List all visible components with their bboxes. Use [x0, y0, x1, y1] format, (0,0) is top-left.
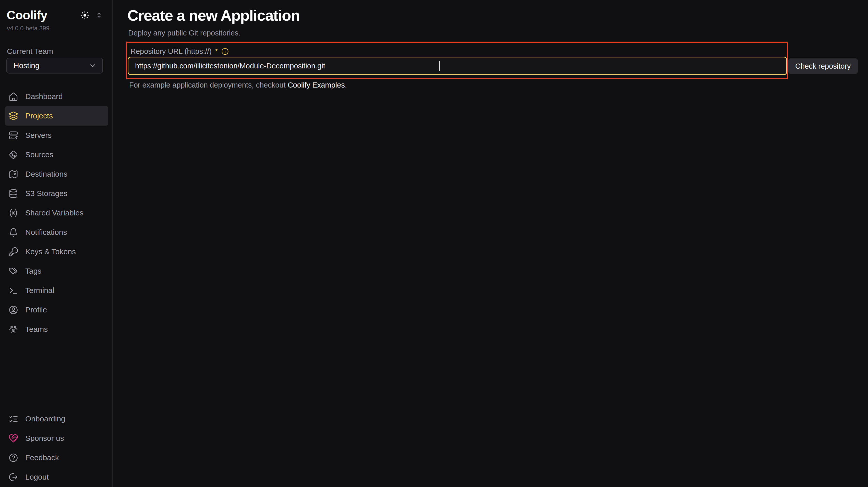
- sidebar-item-label: Profile: [25, 305, 47, 314]
- helper-text: For example application deployments, che…: [129, 81, 347, 89]
- sidebar-item-logout[interactable]: Logout: [5, 467, 108, 487]
- sidebar-item-label: Dashboard: [25, 92, 63, 101]
- check-repository-button[interactable]: Check repository: [788, 59, 858, 74]
- sidebar-item-label: Logout: [25, 473, 49, 481]
- team-select[interactable]: Hosting: [6, 58, 103, 73]
- help-circle-icon: [8, 453, 19, 463]
- server-icon: [8, 130, 19, 140]
- sidebar-item-label: Servers: [25, 131, 52, 140]
- sidebar-nav: DashboardProjectsServersSourcesDestinati…: [0, 87, 112, 339]
- sidebar-item-profile[interactable]: Profile: [5, 300, 108, 320]
- git-source-icon: [8, 150, 19, 160]
- current-team-label: Current Team: [7, 47, 53, 56]
- helper-prefix: For example application deployments, che…: [129, 81, 288, 89]
- app-logo: Coolify: [7, 8, 47, 22]
- sidebar-item-label: Sources: [25, 150, 53, 159]
- key-icon: [8, 247, 19, 257]
- sidebar-item-label: Shared Variables: [25, 208, 84, 217]
- required-asterisk: *: [215, 47, 218, 56]
- user-circle-icon: [8, 305, 19, 315]
- sidebar-item-label: Keys & Tokens: [25, 247, 76, 256]
- sidebar-item-sponsor-us[interactable]: Sponsor us: [5, 428, 108, 448]
- sidebar-item-keys-tokens[interactable]: Keys & Tokens: [5, 242, 108, 261]
- sidebar-item-label: Destinations: [25, 170, 67, 178]
- sidebar-item-tags[interactable]: Tags: [5, 261, 108, 281]
- sidebar: Coolify v4.0.0-beta.399 Current Team Hos…: [0, 0, 113, 487]
- sidebar-item-label: Terminal: [25, 286, 54, 295]
- sidebar-item-sources[interactable]: Sources: [5, 145, 108, 164]
- helper-suffix: .: [345, 81, 347, 89]
- logout-icon: [8, 472, 19, 482]
- chevron-down-icon: [89, 62, 97, 70]
- sidebar-item-feedback[interactable]: Feedback: [5, 448, 108, 467]
- sidebar-item-label: Teams: [25, 325, 48, 334]
- repository-url-label-row: Repository URL (https://) *: [130, 47, 229, 56]
- repository-url-label: Repository URL (https://): [130, 47, 212, 56]
- text-cursor: [439, 61, 440, 71]
- sidebar-item-label: Projects: [25, 111, 53, 120]
- coolify-examples-link[interactable]: Coolify Examples: [288, 81, 345, 89]
- sidebar-item-label: Notifications: [25, 228, 67, 237]
- team-select-value: Hosting: [13, 61, 39, 70]
- sidebar-item-shared-variables[interactable]: Shared Variables: [5, 203, 108, 223]
- sidebar-item-projects[interactable]: Projects: [5, 106, 108, 126]
- sidebar-item-label: Sponsor us: [25, 434, 64, 443]
- sidebar-item-label: Onboarding: [25, 415, 65, 423]
- map-icon: [8, 169, 19, 179]
- sidebar-item-notifications[interactable]: Notifications: [5, 223, 108, 242]
- sidebar-item-s3-storages[interactable]: S3 Storages: [5, 184, 108, 203]
- sidebar-footer-nav: OnboardingSponsor usFeedbackLogout: [0, 409, 112, 487]
- sidebar-item-label: Feedback: [25, 453, 59, 462]
- sidebar-item-servers[interactable]: Servers: [5, 126, 108, 145]
- sidebar-item-destinations[interactable]: Destinations: [5, 164, 108, 184]
- database-icon: [8, 189, 19, 199]
- page-subtitle: Deploy any public Git repositories.: [128, 29, 241, 37]
- repository-url-input[interactable]: [128, 57, 787, 75]
- heart-handshake-icon: [8, 433, 19, 443]
- theme-toggle-sun-icon[interactable]: [80, 10, 90, 20]
- page-title: Create a new Application: [127, 7, 300, 24]
- tags-icon: [8, 266, 19, 276]
- main-content: Create a new Application Deploy any publ…: [113, 0, 868, 487]
- users-icon: [8, 324, 19, 334]
- layers-icon: [8, 111, 19, 121]
- variable-icon: [8, 208, 19, 218]
- app-version: v4.0.0-beta.399: [7, 25, 50, 32]
- logo-icons: [80, 10, 103, 20]
- sidebar-item-label: Tags: [25, 267, 41, 275]
- sidebar-item-teams[interactable]: Teams: [5, 320, 108, 339]
- info-icon[interactable]: [221, 47, 229, 55]
- sidebar-item-dashboard[interactable]: Dashboard: [5, 87, 108, 106]
- logo-row: Coolify: [7, 8, 103, 22]
- sidebar-item-label: S3 Storages: [25, 189, 67, 198]
- sidebar-item-onboarding[interactable]: Onboarding: [5, 409, 108, 428]
- checklist-icon: [8, 414, 19, 424]
- terminal-icon: [8, 286, 19, 296]
- bell-icon: [8, 227, 19, 237]
- chevrons-up-down-icon[interactable]: [95, 11, 103, 19]
- home-icon: [8, 92, 19, 102]
- sidebar-item-terminal[interactable]: Terminal: [5, 281, 108, 300]
